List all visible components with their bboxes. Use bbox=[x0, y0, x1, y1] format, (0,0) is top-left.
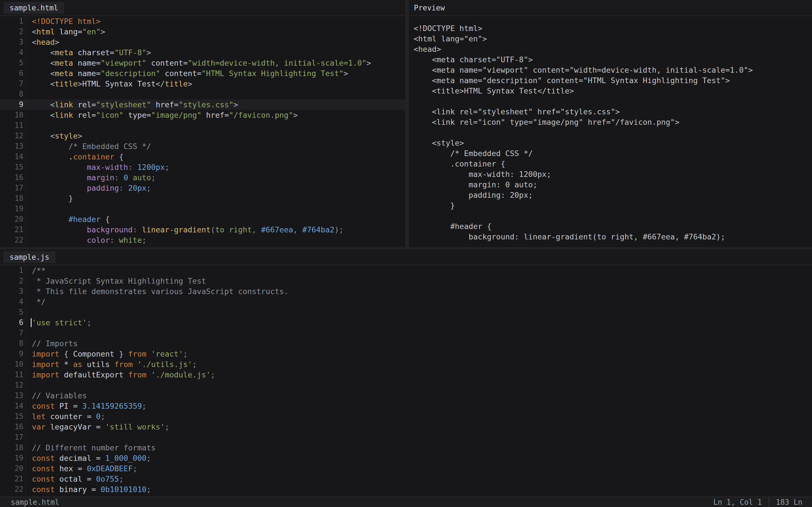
line-number[interactable]: 20 bbox=[0, 214, 23, 224]
code-line[interactable]: 10import * as utils from './utils.js'; bbox=[0, 359, 812, 370]
line-number[interactable]: 12 bbox=[0, 380, 23, 390]
code-line[interactable]: 20 #header { bbox=[0, 214, 405, 224]
line-number[interactable]: 15 bbox=[0, 411, 23, 421]
code-line[interactable]: 8 bbox=[0, 89, 405, 100]
code-line[interactable]: 22const binary = 0b10101010; bbox=[0, 484, 812, 495]
line-number[interactable]: 6 bbox=[0, 68, 23, 78]
line-number[interactable]: 11 bbox=[0, 120, 23, 131]
line-number[interactable]: 5 bbox=[0, 307, 23, 318]
code-line[interactable]: 17 bbox=[0, 432, 812, 443]
code-line[interactable]: 11import defaultExport from './module.js… bbox=[0, 370, 812, 380]
line-number[interactable]: 14 bbox=[0, 401, 23, 411]
line-number[interactable]: 14 bbox=[0, 152, 23, 162]
code-line[interactable]: 2 * JavaScript Syntax Highlighting Test bbox=[0, 276, 812, 286]
line-number[interactable]: 17 bbox=[0, 432, 23, 443]
line-number[interactable]: 19 bbox=[0, 453, 23, 463]
code-line[interactable]: 22 color: white; bbox=[0, 235, 405, 245]
line-number[interactable]: 16 bbox=[0, 172, 23, 183]
tab-sample-js[interactable]: sample.js bbox=[3, 251, 56, 263]
line-number[interactable]: 17 bbox=[0, 183, 23, 193]
line-number[interactable]: 2 bbox=[0, 276, 23, 286]
html-editor[interactable]: 1<!DOCTYPE html>2<html lang="en">3<head>… bbox=[0, 16, 405, 247]
line-number[interactable]: 10 bbox=[0, 110, 23, 120]
code-line[interactable]: 15let counter = 0; bbox=[0, 411, 812, 421]
code-line[interactable]: 7 bbox=[0, 328, 812, 338]
code-line[interactable]: 10 <link rel="icon" type="image/png" hre… bbox=[0, 110, 405, 120]
code-line[interactable]: 16 margin: 0 auto; bbox=[0, 172, 405, 183]
code-line[interactable]: 5 bbox=[0, 307, 812, 318]
code-line[interactable]: 1<!DOCTYPE html> bbox=[0, 16, 405, 26]
line-number[interactable]: 4 bbox=[0, 47, 23, 58]
code-line[interactable]: 11 bbox=[0, 120, 405, 131]
line-number[interactable]: 13 bbox=[0, 390, 23, 401]
line-number[interactable]: 12 bbox=[0, 131, 23, 141]
line-number[interactable]: 5 bbox=[0, 58, 23, 68]
line-number[interactable]: 1 bbox=[0, 16, 23, 26]
code-line[interactable]: 7 <title>HTML Syntax Test</title> bbox=[0, 78, 405, 89]
preview-pane: Preview <!DOCTYPE html> <html lang="en">… bbox=[409, 0, 812, 247]
code-line[interactable]: 8// Imports bbox=[0, 338, 812, 349]
code-line[interactable]: 21const octal = 0o755; bbox=[0, 474, 812, 484]
line-number[interactable]: 3 bbox=[0, 37, 23, 47]
code-line[interactable]: 4 */ bbox=[0, 297, 812, 307]
line-number[interactable]: 18 bbox=[0, 193, 23, 204]
line-number[interactable]: 18 bbox=[0, 443, 23, 453]
line-number[interactable]: 22 bbox=[0, 235, 23, 245]
top-pane-row: sample.html 1<!DOCTYPE html>2<html lang=… bbox=[0, 0, 812, 247]
code-line[interactable]: 14 .container { bbox=[0, 152, 405, 162]
line-number[interactable]: 9 bbox=[0, 349, 23, 359]
code-line[interactable]: 21 background: linear-gradient(to right,… bbox=[0, 224, 405, 235]
line-number[interactable]: 16 bbox=[0, 421, 23, 432]
code-line[interactable]: 3<head> bbox=[0, 37, 405, 47]
line-number[interactable]: 6 bbox=[0, 318, 23, 328]
code-line[interactable]: 19 bbox=[0, 204, 405, 214]
code-line[interactable]: 6'use strict'; bbox=[0, 318, 812, 328]
html-editor-pane: sample.html 1<!DOCTYPE html>2<html lang=… bbox=[0, 0, 405, 247]
tab-sample-html[interactable]: sample.html bbox=[3, 2, 64, 14]
line-number[interactable]: 19 bbox=[0, 204, 23, 214]
code-line[interactable]: 4 <meta charset="UTF-8"> bbox=[0, 47, 405, 58]
line-number[interactable]: 2 bbox=[0, 26, 23, 37]
code-line[interactable]: 12 <style> bbox=[0, 131, 405, 141]
code-line[interactable]: 13// Variables bbox=[0, 390, 812, 401]
code-line[interactable]: 5 <meta name="viewport" content="width=d… bbox=[0, 58, 405, 68]
code-line[interactable]: 18 } bbox=[0, 193, 405, 204]
code-line[interactable]: 15 max-width: 1200px; bbox=[0, 162, 405, 172]
line-number[interactable]: 11 bbox=[0, 370, 23, 380]
line-number[interactable]: 20 bbox=[0, 463, 23, 474]
js-editor[interactable]: 1/**2 * JavaScript Syntax Highlighting T… bbox=[0, 265, 812, 497]
code-line[interactable]: 1/** bbox=[0, 265, 812, 276]
line-number[interactable]: 1 bbox=[0, 265, 23, 276]
code-line[interactable]: 18// Different number formats bbox=[0, 443, 812, 453]
line-number[interactable]: 22 bbox=[0, 484, 23, 495]
code-line[interactable]: 3 * This file demonstrates various JavaS… bbox=[0, 286, 812, 297]
line-number[interactable]: 10 bbox=[0, 359, 23, 370]
code-line[interactable]: 6 <meta name="description" content="HTML… bbox=[0, 68, 405, 78]
code-line[interactable]: 9import { Component } from 'react'; bbox=[0, 349, 812, 359]
line-number[interactable]: 21 bbox=[0, 474, 23, 484]
code-line[interactable]: 9 <link rel="stylesheet" href="styles.cs… bbox=[0, 100, 405, 110]
status-cursor-position[interactable]: Ln 1, Col 1 bbox=[713, 498, 762, 506]
preview-content[interactable]: <!DOCTYPE html> <html lang="en"> <head> … bbox=[409, 16, 812, 247]
line-number[interactable]: 15 bbox=[0, 162, 23, 172]
line-number[interactable]: 4 bbox=[0, 297, 23, 307]
pane-divider-vertical[interactable] bbox=[405, 0, 409, 247]
code-line[interactable]: 17 padding: 20px; bbox=[0, 183, 405, 193]
line-number[interactable]: 7 bbox=[0, 328, 23, 338]
code-line[interactable]: 13 /* Embedded CSS */ bbox=[0, 141, 405, 152]
line-number[interactable]: 3 bbox=[0, 286, 23, 297]
code-line[interactable]: 12 bbox=[0, 380, 812, 390]
code-line[interactable]: 16var legacyVar = 'still works'; bbox=[0, 421, 812, 432]
code-line[interactable]: 19const decimal = 1_000_000; bbox=[0, 453, 812, 463]
line-number[interactable]: 8 bbox=[0, 89, 23, 100]
line-number[interactable]: 13 bbox=[0, 141, 23, 152]
line-number[interactable]: 21 bbox=[0, 224, 23, 235]
code-line[interactable]: 20const hex = 0xDEADBEEF; bbox=[0, 463, 812, 474]
pane-divider-horizontal[interactable] bbox=[0, 247, 812, 249]
line-number[interactable]: 9 bbox=[0, 100, 23, 110]
code-line[interactable]: 2<html lang="en"> bbox=[0, 26, 405, 37]
line-number[interactable]: 8 bbox=[0, 338, 23, 349]
code-line[interactable]: 14const PI = 3.14159265359; bbox=[0, 401, 812, 411]
code-text bbox=[23, 89, 405, 100]
line-number[interactable]: 7 bbox=[0, 78, 23, 89]
